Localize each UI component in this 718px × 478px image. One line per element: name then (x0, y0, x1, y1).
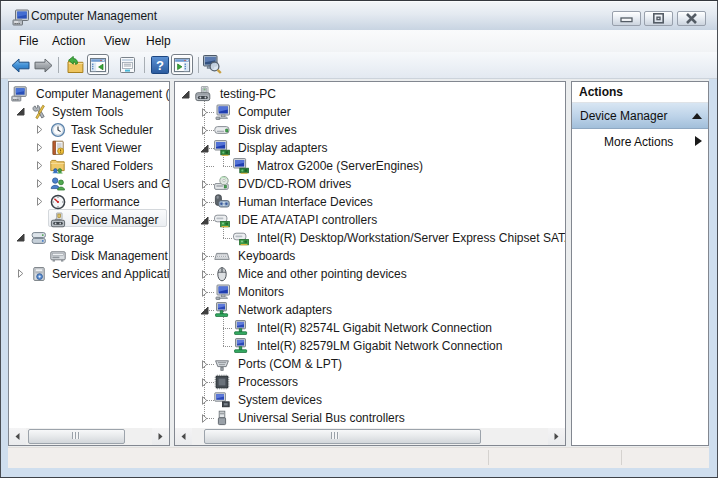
svg-text:?: ? (156, 58, 164, 73)
